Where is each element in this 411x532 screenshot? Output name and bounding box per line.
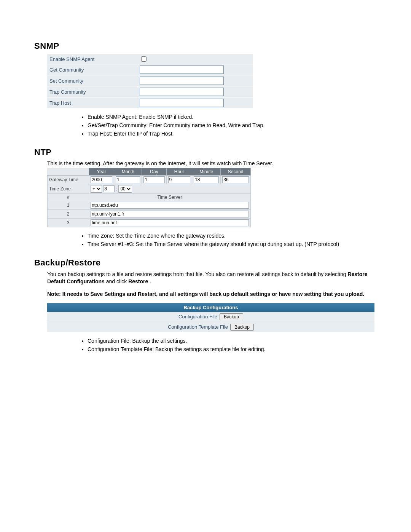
table-row: Configuration File Backup bbox=[47, 312, 374, 322]
backup-restore-heading: Backup/Restore bbox=[34, 258, 384, 268]
table-row: Trap Host bbox=[47, 97, 253, 109]
list-item: Configuration File: Backup the all setti… bbox=[88, 338, 384, 344]
list-item: Get/Set/Trap Community: Enter Community … bbox=[88, 122, 384, 128]
time-server-2[interactable] bbox=[91, 211, 249, 217]
snmp-trapcomm-label: Trap Community bbox=[47, 86, 137, 97]
backup-config-button[interactable]: Backup bbox=[220, 313, 243, 320]
ts-idx-3: 3 bbox=[48, 219, 89, 227]
br-text-mid: and click bbox=[106, 278, 128, 284]
ntp-num-col: # bbox=[48, 194, 89, 201]
ntp-description: This is the time setting. After the gate… bbox=[47, 160, 384, 166]
tz-minutes-select[interactable]: 00 bbox=[118, 185, 132, 193]
gateway-day[interactable] bbox=[143, 176, 164, 183]
tz-sign-select[interactable]: + bbox=[91, 185, 102, 193]
table-row: Gateway Time bbox=[48, 176, 251, 184]
ntp-bullets: Time Zone: Set the Time Zone where the g… bbox=[88, 233, 384, 247]
gateway-second[interactable] bbox=[222, 176, 249, 183]
snmp-heading: SNMP bbox=[34, 41, 384, 51]
snmp-table: Enable SNMP Agent Get Community Set Comm… bbox=[47, 54, 253, 109]
table-row: 1 bbox=[48, 201, 251, 210]
time-server-1[interactable] bbox=[91, 202, 249, 209]
ntp-col-month: Month bbox=[114, 168, 142, 176]
timezone-label: Time Zone bbox=[48, 184, 89, 194]
config-template-label: Configuration Template File bbox=[168, 324, 228, 330]
br-text-bold2: Restore bbox=[128, 278, 148, 284]
snmp-set-label: Set Community bbox=[47, 75, 137, 86]
gateway-month[interactable] bbox=[116, 176, 140, 183]
time-server-header: Time Server bbox=[89, 194, 251, 201]
list-item: Time Zone: Set the Time Zone where the g… bbox=[88, 233, 384, 239]
ntp-blank-header bbox=[48, 168, 89, 176]
table-row: Get Community bbox=[47, 64, 253, 75]
ntp-col-minute: Minute bbox=[192, 168, 221, 176]
ntp-table: Year Month Day Hour Minute Second Gatewa… bbox=[47, 168, 251, 227]
snmp-set-input[interactable] bbox=[140, 77, 224, 85]
tz-hours-input[interactable] bbox=[103, 185, 115, 192]
table-row: Configuration Template File Backup bbox=[47, 322, 374, 332]
ntp-col-day: Day bbox=[142, 168, 166, 176]
list-item: Enable SNMP Agent: Enable SNMP if ticked… bbox=[88, 114, 384, 120]
gateway-year[interactable] bbox=[91, 176, 112, 183]
backup-table-header: Backup Configurations bbox=[47, 303, 374, 312]
list-item: Trap Host: Enter the IP of Trap Host. bbox=[88, 131, 384, 137]
gateway-minute[interactable] bbox=[194, 176, 219, 183]
snmp-traphost-input[interactable] bbox=[140, 99, 224, 107]
table-row: Set Community bbox=[47, 75, 253, 86]
ntp-heading: NTP bbox=[34, 147, 384, 157]
backup-note: Note: It needs to Save Settings and Rest… bbox=[47, 291, 377, 298]
table-row: Time Zone + : 00 bbox=[48, 184, 251, 194]
snmp-enable-checkbox[interactable] bbox=[141, 56, 147, 62]
snmp-trapcomm-input[interactable] bbox=[140, 88, 224, 96]
table-row: 2 bbox=[48, 210, 251, 219]
time-server-3[interactable] bbox=[91, 219, 249, 226]
backup-template-button[interactable]: Backup bbox=[230, 324, 254, 331]
backup-bullets: Configuration File: Backup the all setti… bbox=[88, 338, 384, 352]
snmp-traphost-label: Trap Host bbox=[47, 97, 137, 109]
ntp-col-year: Year bbox=[89, 168, 114, 176]
list-item: Configuration Template File: Backup the … bbox=[88, 346, 384, 352]
table-row: 3 bbox=[48, 219, 251, 227]
ts-idx-1: 1 bbox=[48, 201, 89, 210]
snmp-enable-label: Enable SNMP Agent bbox=[47, 54, 137, 64]
ntp-col-second: Second bbox=[221, 168, 251, 176]
snmp-get-label: Get Community bbox=[47, 64, 137, 75]
br-text-after: . bbox=[150, 278, 151, 284]
table-row: Trap Community bbox=[47, 86, 253, 97]
table-row: Enable SNMP Agent bbox=[47, 54, 253, 64]
ts-idx-2: 2 bbox=[48, 210, 89, 219]
br-text-1: You can backup settings to a file and re… bbox=[47, 271, 347, 277]
backup-table: Backup Configurations Configuration File… bbox=[47, 303, 374, 332]
tz-sep: : bbox=[116, 186, 117, 192]
ntp-col-hour: Hour bbox=[166, 168, 192, 176]
gateway-hour[interactable] bbox=[168, 176, 191, 183]
list-item: Time Server #1~#3: Set the Time Server w… bbox=[88, 241, 384, 247]
gateway-time-label: Gateway Time bbox=[48, 176, 89, 184]
backup-text: You can backup settings to a file and re… bbox=[47, 271, 377, 285]
snmp-get-input[interactable] bbox=[140, 66, 224, 74]
snmp-bullets: Enable SNMP Agent: Enable SNMP if ticked… bbox=[88, 114, 384, 137]
config-file-label: Configuration File bbox=[178, 314, 217, 320]
